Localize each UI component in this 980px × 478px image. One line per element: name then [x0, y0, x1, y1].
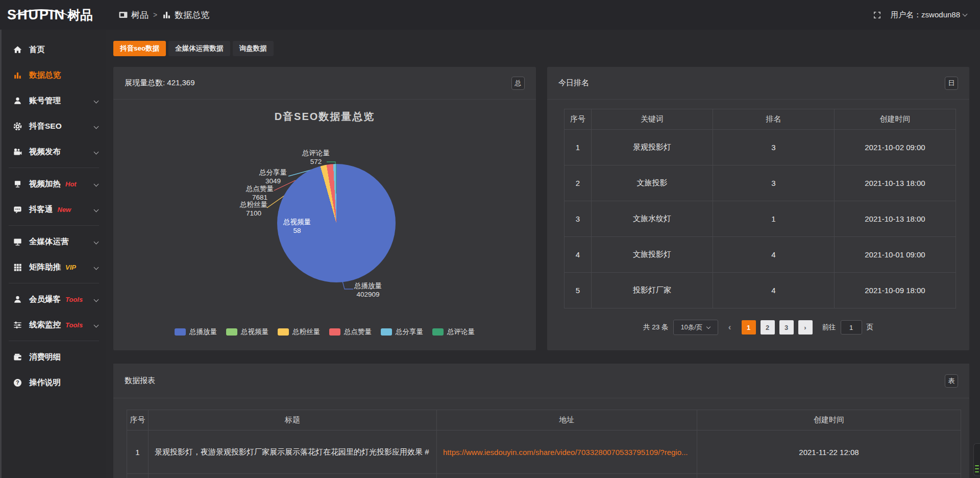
- page-button-3[interactable]: 3: [779, 320, 794, 334]
- pie-label-videos: 总视频量58: [272, 218, 323, 235]
- pie-label-shares: 总分享量3049: [248, 168, 299, 185]
- sidebar-item-label: 全媒体运营: [29, 236, 69, 247]
- hot-badge: Hot: [65, 180, 77, 188]
- sidebar-item-video-heat[interactable]: 视频加热 Hot: [2, 171, 106, 197]
- page-button-1[interactable]: 1: [742, 320, 756, 334]
- breadcrumb-item-current[interactable]: 数据总览: [162, 9, 209, 21]
- tab-media-operation[interactable]: 全媒体运营数据: [168, 41, 230, 56]
- fullscreen-icon[interactable]: [873, 11, 881, 19]
- table-row[interactable]: 5投影灯厂家42021-10-09 18:00: [565, 273, 956, 308]
- video-camera-icon: [13, 147, 22, 157]
- table-row[interactable]: 1景观投影灯32021-10-02 09:00: [565, 130, 956, 165]
- column-header: 标题: [149, 410, 437, 431]
- widget-line: [975, 465, 979, 466]
- goto-label: 前往: [822, 323, 836, 332]
- next-page-button[interactable]: ›: [798, 320, 813, 334]
- tools-badge: Tools: [65, 296, 83, 303]
- sidebar-item-label: 消费明细: [29, 352, 61, 363]
- chevron-down-icon: [94, 124, 99, 129]
- breadcrumb-item-home[interactable]: 树品: [118, 9, 149, 21]
- floating-widget[interactable]: [973, 443, 980, 476]
- sidebar-divider: [9, 283, 99, 283]
- sidebar-item-label: 账号管理: [29, 95, 61, 106]
- day-badge-button[interactable]: 日: [945, 77, 958, 90]
- total-badge-button[interactable]: 总: [511, 77, 525, 90]
- sidebar-item-lead-monitor[interactable]: 线索监控 Tools: [2, 312, 106, 338]
- overview-panel: 展现量总数: 421,369 总 D音SEO数据量总览 总评论量572 总分: [113, 67, 536, 350]
- report-panel-header: 数据报表 表: [113, 364, 969, 398]
- sidebar-divider: [9, 225, 99, 226]
- tab-douyin-seo[interactable]: 抖音seo数据: [113, 41, 166, 56]
- widget-line: [975, 471, 979, 472]
- table-badge-button[interactable]: 表: [945, 374, 958, 388]
- table-row[interactable]: 1 景观投影灯，夜游景观投影灯厂家展示展示落花灯在花园里的灯光投影应用效果 # …: [127, 431, 961, 474]
- user-icon: [13, 96, 22, 106]
- report-created-cell: 2021-11-22 12:08: [697, 431, 961, 474]
- sidebar: 首页 数据总览 账号管理 抖音SEO 视频发布 视频加热 Hot 抖客通 New…: [0, 30, 106, 478]
- user-menu[interactable]: 用户名：zswodun88: [891, 10, 967, 20]
- sidebar-item-label: 线索监控: [29, 320, 61, 330]
- sidebar-item-account[interactable]: 账号管理: [2, 88, 106, 113]
- legend-swatch: [175, 328, 186, 336]
- legend-item[interactable]: 总视频量: [226, 327, 268, 337]
- tools-badge: Tools: [65, 321, 83, 329]
- column-header: 地址: [437, 410, 697, 431]
- sidebar-item-home[interactable]: 首页: [2, 37, 106, 62]
- sidebar-item-label: 抖音SEO: [29, 121, 62, 132]
- rank-panel-title: 今日排名: [558, 78, 589, 88]
- sidebar-item-label: 操作说明: [29, 377, 61, 388]
- table-row: [127, 474, 961, 478]
- table-row[interactable]: 3文旅水纹灯12021-10-13 18:00: [565, 201, 956, 237]
- widget-line: [975, 468, 979, 469]
- main-content: 抖音seo数据 全媒体运营数据 询盘数据 展现量总数: 421,369 总 D音…: [106, 30, 980, 478]
- sidebar-item-video-publish[interactable]: 视频发布: [2, 139, 106, 164]
- breadcrumb-separator: >: [153, 11, 157, 19]
- pie-label-plays: 总播放量402909: [342, 281, 394, 299]
- chart-title: D音SEO数据量总览: [113, 110, 536, 124]
- chevron-down-icon: [94, 98, 99, 103]
- report-panel: 数据报表 表 序号 标题 地址 创建时间 1 景观投影灯，夜游景观投影灯厂家展示…: [113, 364, 969, 478]
- legend-item[interactable]: 总播放量: [175, 327, 217, 337]
- sidebar-item-data-overview[interactable]: 数据总览: [2, 62, 106, 88]
- chevron-down-icon: [963, 12, 968, 17]
- legend-item[interactable]: 总分享量: [381, 327, 423, 337]
- chevron-down-icon: [94, 181, 99, 186]
- page-size-select[interactable]: 10条/页: [673, 320, 718, 335]
- user-icon: [13, 295, 22, 304]
- sidebar-item-media-operation[interactable]: 全媒体运营: [2, 229, 106, 254]
- report-table: 序号 标题 地址 创建时间 1 景观投影灯，夜游景观投影灯厂家展示展示落花灯在花…: [127, 410, 961, 478]
- report-title-cell: 景观投影灯，夜游景观投影灯厂家展示展示落花灯在花园里的灯光投影应用效果 #: [149, 431, 437, 474]
- sidebar-item-member-tools[interactable]: 会员爆客 Tools: [2, 286, 106, 312]
- sidebar-item-help[interactable]: ? 操作说明: [2, 370, 106, 395]
- sidebar-item-label: 视频加热: [29, 179, 61, 189]
- sidebar-item-matrix-boost[interactable]: 矩阵助推 VIP: [2, 254, 106, 280]
- sidebar-item-douyin-seo[interactable]: 抖音SEO: [2, 113, 106, 139]
- legend-swatch: [381, 328, 392, 336]
- rank-table-header-row: 序号 关键词 排名 创建时间: [565, 109, 956, 130]
- chevron-down-icon: [94, 207, 99, 212]
- page-button-2[interactable]: 2: [761, 320, 775, 334]
- sidebar-item-douketong[interactable]: 抖客通 New: [2, 197, 106, 222]
- window-icon: [118, 10, 128, 20]
- table-row[interactable]: 2文旅投影32021-10-13 18:00: [565, 165, 956, 201]
- svg-text:?: ?: [16, 380, 19, 386]
- rank-panel: 今日排名 日 序号 关键词 排名 创建时间 1景观投影灯32021-10-02 …: [547, 67, 969, 350]
- column-header: 序号: [127, 410, 149, 431]
- table-row[interactable]: 4文旅投影灯42021-10-01 09:00: [565, 237, 956, 273]
- video-link[interactable]: https://www.iesdouyin.com/share/video/70…: [443, 448, 688, 457]
- sidebar-item-consumption[interactable]: 消费明细: [2, 344, 106, 370]
- username-label: 用户名：zswodun88: [891, 10, 960, 20]
- tab-inquiry[interactable]: 询盘数据: [233, 41, 274, 56]
- prev-page-button[interactable]: ‹: [723, 320, 737, 334]
- legend-item[interactable]: 总点赞量: [329, 327, 372, 337]
- breadcrumb-label: 树品: [131, 9, 149, 21]
- sidebar-item-label: 视频发布: [29, 147, 61, 157]
- chevron-down-icon: [706, 324, 710, 328]
- monitor-icon: [13, 237, 22, 247]
- legend-item[interactable]: 总评论量: [432, 327, 475, 337]
- goto-page-input[interactable]: [841, 320, 862, 334]
- sidebar-divider: [9, 168, 99, 168]
- data-tabs: 抖音seo数据 全媒体运营数据 询盘数据: [113, 41, 969, 56]
- legend-item[interactable]: 总粉丝量: [278, 327, 320, 337]
- question-circle-icon: ?: [13, 378, 22, 388]
